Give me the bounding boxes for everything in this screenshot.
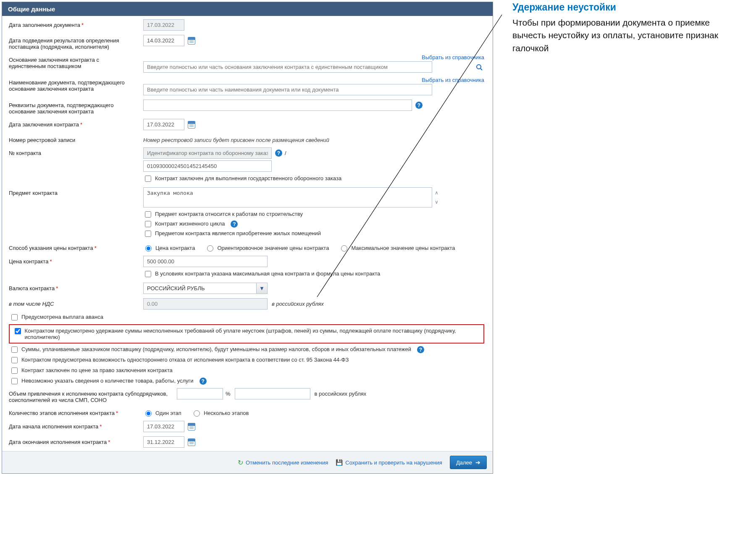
calendar-icon[interactable] xyxy=(188,438,195,446)
rub-label: в российских рублях xyxy=(272,301,324,307)
no-quantity-label: Невозможно указать сведения о количестве… xyxy=(21,378,194,384)
price-max-radio[interactable] xyxy=(341,245,347,252)
annotation-body: Чтобы при формировании документа о прием… xyxy=(512,16,731,55)
label-contract-num: № контракта xyxy=(9,147,143,156)
label-vat: в том числе НДС xyxy=(9,298,143,307)
max-price-formula-checkbox[interactable] xyxy=(145,271,151,277)
max-price-formula-label: В условиях контракта указана максимальна… xyxy=(155,270,380,277)
help-icon[interactable]: ? xyxy=(415,102,423,109)
sub-volume-percent-input[interactable] xyxy=(177,388,223,399)
stage-many-radio[interactable] xyxy=(194,410,200,417)
price-input[interactable] xyxy=(143,256,268,267)
advance-checkbox[interactable] xyxy=(11,314,18,320)
svg-point-0 xyxy=(477,65,481,69)
sub-volume-rub-input xyxy=(235,388,310,399)
calendar-icon[interactable] xyxy=(188,423,195,430)
svg-line-1 xyxy=(480,68,482,70)
tax-reduce-checkbox[interactable] xyxy=(11,346,18,353)
textarea-scroll-down-icon[interactable]: ∨ xyxy=(435,199,438,205)
radio-stage-one[interactable]: Один этап xyxy=(143,409,181,417)
no-quantity-checkbox[interactable] xyxy=(11,378,18,384)
unilateral-checkbox[interactable] xyxy=(11,357,18,363)
radio-price-orient[interactable]: Ориентировочное значение цены контракта xyxy=(205,244,329,252)
search-icon[interactable] xyxy=(476,64,483,71)
undo-button[interactable]: ↻ Отменить последние изменения xyxy=(238,459,328,467)
panel-header: Общие данные xyxy=(2,2,493,16)
footer-bar: ↻ Отменить последние изменения 💾 Сохрани… xyxy=(2,451,493,473)
right-price-checkbox[interactable] xyxy=(11,367,18,374)
penalty-withhold-label: Контрактом предусмотрено удержание суммы… xyxy=(25,328,480,340)
arrow-right-icon: ➔ xyxy=(475,459,480,466)
construction-checkbox[interactable] xyxy=(145,211,151,218)
doc-requisites-input[interactable] xyxy=(143,100,412,111)
label-contract-subject: Предмет контракта xyxy=(9,187,143,196)
housing-label: Предметом контракта является приобретени… xyxy=(155,230,321,236)
label-currency: Валюта контракта* xyxy=(9,283,143,291)
label-exec-end: Дата окончания исполнения контракта* xyxy=(9,436,143,445)
help-icon[interactable]: ? xyxy=(275,150,282,157)
unilateral-label: Контрактом предусмотрена возможность одн… xyxy=(21,357,349,363)
label-supplier-result-date: Дата подведения результатов определения … xyxy=(9,35,143,50)
radio-price-contract[interactable]: Цена контракта xyxy=(143,244,195,252)
rub-label-2: в российских рублях xyxy=(315,391,367,397)
textarea-scroll-up-icon[interactable]: ∧ xyxy=(435,190,438,195)
help-icon[interactable]: ? xyxy=(417,346,424,353)
supplier-result-date-input[interactable] xyxy=(143,35,184,46)
right-price-label: Контракт заключен по цене за право заклю… xyxy=(21,367,173,373)
contract-date-input[interactable] xyxy=(143,119,184,130)
next-button[interactable]: Далее ➔ xyxy=(450,456,487,469)
currency-value: РОССИЙСКИЙ РУБЛЬ xyxy=(143,283,268,294)
currency-select[interactable]: РОССИЙСКИЙ РУБЛЬ ▼ xyxy=(143,283,268,294)
defense-order-label: Контракт заключен для выполнения государ… xyxy=(155,175,341,181)
tax-reduce-label: Суммы, уплачиваемые заказчиком поставщик… xyxy=(21,346,411,352)
exec-end-input[interactable] xyxy=(143,436,184,448)
calendar-icon[interactable] xyxy=(188,121,195,129)
annotation-panel: Удержание неустойки Чтобы при формирован… xyxy=(512,2,731,474)
contract-id-suffix: / xyxy=(285,150,286,156)
link-directory-basis[interactable]: Выбрать из справочника xyxy=(422,54,484,60)
defense-order-checkbox[interactable] xyxy=(145,176,151,182)
lifecycle-label: Контракт жизненного цикла xyxy=(155,220,225,227)
radio-stage-many[interactable]: Несколько этапов xyxy=(192,409,249,417)
penalty-withhold-highlight: Контрактом предусмотрено удержание суммы… xyxy=(9,324,484,344)
label-sub-volume: Объем привлечения к исполнению контракта… xyxy=(9,388,177,403)
label-exec-start: Дата начала исполнения контракта* xyxy=(9,421,143,430)
label-price-method: Способ указания цены контракта* xyxy=(9,242,143,251)
contract-num-input[interactable] xyxy=(143,160,272,172)
label-contract-date: Дата заключения контракта* xyxy=(9,119,143,128)
fill-date-input xyxy=(143,19,184,31)
housing-checkbox[interactable] xyxy=(145,231,151,237)
label-fill-date: Дата заполнения документа* xyxy=(9,19,143,28)
stage-one-radio[interactable] xyxy=(145,410,152,417)
exec-start-input[interactable] xyxy=(143,421,184,432)
annotation-title: Удержание неустойки xyxy=(512,2,731,13)
form-panel: Общие данные Дата заполнения документа* … xyxy=(2,2,493,474)
label-stages: Количество этапов исполнения контракта* xyxy=(9,407,143,416)
contract-subject-textarea[interactable] xyxy=(143,187,432,207)
percent-sign: % xyxy=(226,391,231,397)
registry-num-note: Номер реестровой записи будет присвоен п… xyxy=(143,134,486,143)
label-doc-name-basis: Наименование документа, подтверждающего … xyxy=(9,77,143,92)
radio-price-max[interactable]: Максимальное значение цены контракта xyxy=(339,244,455,252)
panel-title: Общие данные xyxy=(8,5,55,13)
price-orient-radio[interactable] xyxy=(207,245,213,252)
label-registry-num: Номер реестровой записи xyxy=(9,134,143,143)
calendar-icon[interactable] xyxy=(188,37,195,45)
help-icon[interactable]: ? xyxy=(231,220,238,228)
contract-id-prefix-input xyxy=(143,147,272,159)
construction-label: Предмет контракта относится к работам по… xyxy=(155,211,303,217)
basis-single-input[interactable] xyxy=(143,61,432,73)
link-directory-docname[interactable]: Выбрать из справочника xyxy=(422,77,484,83)
penalty-withhold-checkbox[interactable] xyxy=(15,328,21,334)
lifecycle-checkbox[interactable] xyxy=(145,221,151,227)
price-contract-radio[interactable] xyxy=(145,245,152,252)
doc-name-basis-input[interactable] xyxy=(143,84,432,95)
undo-icon: ↻ xyxy=(238,459,243,467)
chevron-down-icon[interactable]: ▼ xyxy=(256,283,267,294)
vat-input xyxy=(143,298,268,310)
save-check-button[interactable]: 💾 Сохранить и проверить на нарушения xyxy=(336,459,442,466)
advance-label: Предусмотрена выплата аванса xyxy=(21,314,103,320)
help-icon[interactable]: ? xyxy=(200,378,207,385)
label-basis-single: Основание заключения контракта с единств… xyxy=(9,54,143,69)
label-price: Цена контракта* xyxy=(9,256,143,265)
